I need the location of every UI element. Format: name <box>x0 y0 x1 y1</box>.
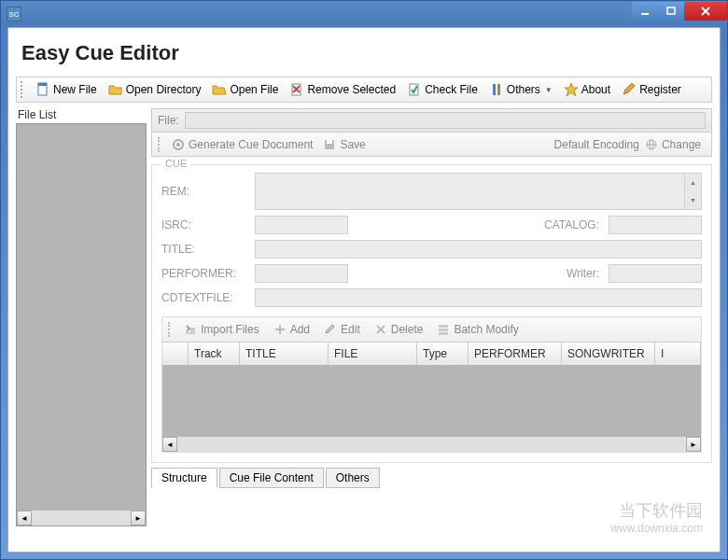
spin-up-icon[interactable]: ▲ <box>685 174 701 191</box>
scroll-right-button[interactable]: ► <box>131 511 146 525</box>
new-file-icon <box>35 82 50 97</box>
maximize-icon <box>666 7 676 16</box>
content-row: File List ◄ ► File: <box>8 108 720 526</box>
col-blank[interactable] <box>162 343 189 365</box>
track-hscroll[interactable]: ◄ ► <box>162 437 701 452</box>
globe-icon <box>644 137 659 152</box>
col-track[interactable]: Track <box>189 343 240 365</box>
save-button[interactable]: Save <box>317 135 370 154</box>
writer-label: Writer: <box>534 267 599 280</box>
svg-rect-16 <box>327 140 332 144</box>
default-encoding-label: Default Encoding <box>554 138 639 151</box>
save-icon <box>322 137 337 152</box>
title-input[interactable] <box>255 240 702 259</box>
plus-icon <box>273 322 287 337</box>
open-directory-button[interactable]: Open Directory <box>104 80 206 99</box>
minimize-button[interactable] <box>632 2 658 21</box>
app-icon: SC <box>7 7 21 21</box>
svg-rect-1 <box>667 7 675 14</box>
svg-rect-25 <box>439 329 448 331</box>
delete-track-button[interactable]: Delete <box>369 320 428 339</box>
folder-icon <box>212 82 227 97</box>
batch-icon <box>436 322 451 337</box>
app-window: SC Easy Cue Editor New File <box>0 0 728 560</box>
isrc-input[interactable] <box>255 216 348 234</box>
tab-others[interactable]: Others <box>326 468 380 488</box>
check-file-label: Check File <box>425 83 478 96</box>
col-title[interactable]: TITLE <box>240 343 329 365</box>
toolbar-grip <box>158 137 162 152</box>
scroll-left-button[interactable]: ◄ <box>162 437 177 452</box>
edit-track-button[interactable]: Edit <box>318 320 365 339</box>
col-extra[interactable]: I <box>655 343 701 365</box>
generate-cue-button[interactable]: Generate Cue Document <box>166 135 317 154</box>
page-title: Easy Cue Editor <box>8 28 720 75</box>
svg-rect-24 <box>439 325 448 328</box>
performer-input[interactable] <box>255 264 348 283</box>
rem-spinner[interactable]: ▲ ▼ <box>685 173 702 210</box>
file-list-hscroll[interactable]: ◄ ► <box>17 511 146 525</box>
titlebar: SC <box>1 1 727 27</box>
svg-point-14 <box>176 143 180 147</box>
track-toolbar: Import Files Add Edit <box>161 316 702 343</box>
secondary-toolbar: Generate Cue Document Save Default Encod… <box>151 133 712 157</box>
register-button[interactable]: Register <box>617 80 686 99</box>
spin-down-icon[interactable]: ▼ <box>685 191 701 209</box>
import-files-label: Import Files <box>201 323 259 336</box>
col-songwriter[interactable]: SONGWRITER <box>562 343 655 365</box>
register-label: Register <box>639 83 681 96</box>
change-label: Change <box>662 138 701 151</box>
scroll-track[interactable] <box>32 511 131 525</box>
open-file-button[interactable]: Open File <box>207 80 283 99</box>
scroll-track[interactable] <box>177 437 686 452</box>
file-list-label: File List <box>16 108 147 123</box>
catalog-input[interactable] <box>609 216 702 234</box>
col-file[interactable]: FILE <box>329 343 417 365</box>
cdtextfile-input[interactable] <box>255 288 702 307</box>
others-menu-button[interactable]: Others ▼ <box>484 80 557 99</box>
title-label: TITLE: <box>161 243 245 256</box>
add-track-button[interactable]: Add <box>268 320 315 339</box>
change-encoding-button[interactable]: Change <box>639 135 706 154</box>
cue-fieldset: CUE REM: ▲ ▼ ISRC: <box>151 164 712 463</box>
main-toolbar: New File Open Directory Open File Remove… <box>16 77 712 103</box>
scroll-left-button[interactable]: ◄ <box>17 511 32 525</box>
others-label: Others <box>507 83 540 96</box>
col-performer[interactable]: PERFORMER <box>469 343 562 365</box>
new-file-label: New File <box>53 83 97 96</box>
scroll-right-button[interactable]: ► <box>686 437 701 452</box>
delete-label: Delete <box>391 323 424 336</box>
remove-selected-button[interactable]: Remove Selected <box>285 80 400 99</box>
client-area: Easy Cue Editor New File Open Directory … <box>7 27 721 553</box>
dropdown-icon: ▼ <box>545 86 553 94</box>
generate-cue-label: Generate Cue Document <box>189 138 313 151</box>
maximize-button[interactable] <box>658 2 684 21</box>
rem-input[interactable] <box>255 173 685 210</box>
new-file-button[interactable]: New File <box>31 80 102 99</box>
track-table-body[interactable] <box>162 365 701 437</box>
remove-icon <box>289 82 304 97</box>
check-file-button[interactable]: Check File <box>402 80 483 99</box>
isrc-label: ISRC: <box>161 218 245 231</box>
svg-rect-0 <box>641 13 649 15</box>
cdtextfile-label: CDTEXTFILE: <box>161 291 245 304</box>
close-button[interactable] <box>684 2 727 21</box>
tab-structure[interactable]: Structure <box>151 468 217 488</box>
batch-modify-button[interactable]: Batch Modify <box>431 320 523 339</box>
tab-cue-file-content[interactable]: Cue File Content <box>219 468 324 488</box>
file-list-box[interactable]: ◄ ► <box>16 123 147 526</box>
about-button[interactable]: About <box>559 80 615 99</box>
toolbar-grip <box>21 81 25 98</box>
writer-input[interactable] <box>609 264 702 283</box>
import-files-button[interactable]: Import Files <box>178 320 264 339</box>
remove-selected-label: Remove Selected <box>307 83 396 96</box>
svg-rect-10 <box>493 84 496 95</box>
catalog-label: CATALOG: <box>534 218 599 231</box>
svg-rect-11 <box>497 84 500 95</box>
star-icon <box>564 82 579 97</box>
track-section: Import Files Add Edit <box>161 316 702 453</box>
col-type[interactable]: Type <box>417 343 469 365</box>
track-table: Track TITLE FILE Type PERFORMER SONGWRIT… <box>161 343 702 453</box>
close-icon <box>701 7 710 16</box>
file-path-input[interactable] <box>185 112 706 129</box>
